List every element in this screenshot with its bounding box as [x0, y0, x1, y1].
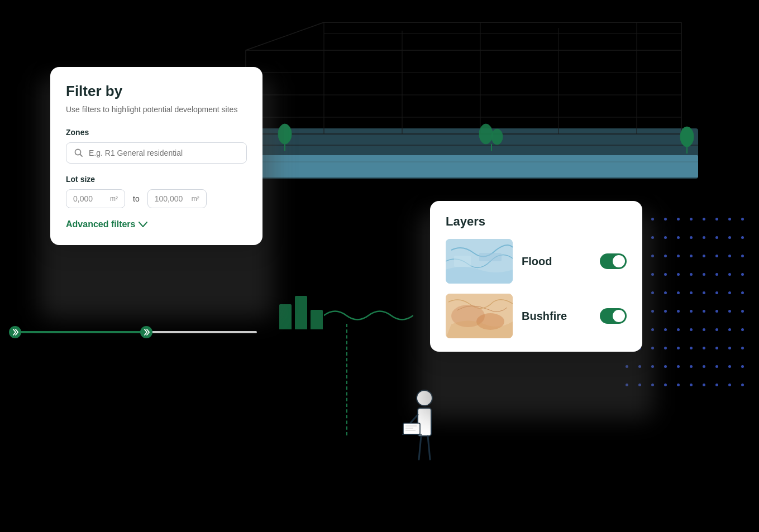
flood-toggle[interactable] [600, 253, 627, 269]
flood-layer-name: Flood [522, 255, 591, 268]
slider-track[interactable] [11, 331, 257, 333]
lot-max-input[interactable] [155, 194, 188, 203]
chart-bar-2 [295, 296, 307, 329]
bushfire-layer-name: Bushfire [522, 310, 591, 323]
lot-min-input[interactable] [73, 194, 107, 203]
chart-bar-3 [311, 310, 323, 329]
bushfire-layer-item: Bushfire [446, 294, 627, 338]
building-wireframe [212, 11, 715, 190]
flood-layer-item: Flood [446, 239, 627, 284]
lot-max-unit: m² [192, 195, 199, 203]
svg-rect-29 [229, 155, 698, 178]
flood-toggle-slider [600, 253, 627, 269]
zones-search-input[interactable] [89, 148, 238, 157]
flood-thumbnail [446, 239, 513, 284]
svg-rect-1 [246, 50, 681, 134]
lot-min-unit: m² [110, 195, 118, 203]
lot-max-input-wrap[interactable]: m² [147, 189, 207, 208]
svg-line-2 [246, 22, 324, 50]
layers-panel: Layers Flood [430, 201, 642, 352]
lot-min-input-wrap[interactable]: m² [66, 189, 125, 208]
chart-bars-decoration [279, 296, 323, 329]
slider-thumb-right[interactable] [140, 326, 152, 338]
bushfire-toggle-slider [600, 308, 627, 324]
lot-size-row: m² to m² [66, 189, 247, 208]
bushfire-thumbnail [446, 294, 513, 338]
zones-search-box[interactable] [66, 142, 247, 164]
slider-filled [11, 331, 146, 333]
chart-bar-1 [279, 304, 292, 329]
lot-size-section: Lot size m² to m² [66, 175, 247, 208]
lot-separator: to [131, 194, 142, 203]
zones-label: Zones [66, 128, 247, 137]
svg-point-25 [491, 129, 503, 145]
svg-rect-33 [454, 256, 471, 267]
svg-point-27 [680, 127, 694, 147]
advanced-filters-label: Advanced filters [66, 219, 135, 229]
svg-line-41 [428, 436, 430, 459]
dashed-vertical-line [346, 324, 347, 435]
svg-rect-34 [479, 253, 502, 261]
svg-point-22 [278, 124, 292, 144]
svg-rect-43 [403, 423, 420, 434]
bushfire-toggle[interactable] [600, 308, 627, 324]
filter-title: Filter by [66, 83, 247, 100]
layers-title: Layers [446, 214, 627, 229]
chevron-down-icon [139, 220, 147, 229]
svg-point-24 [479, 124, 493, 144]
background-scene: Filter by Use filters to highlight poten… [0, 0, 759, 532]
filter-subtitle: Use filters to highlight potential devel… [66, 104, 247, 116]
wave-decoration [324, 304, 413, 329]
slider-thumb-left[interactable] [9, 326, 21, 338]
lot-size-label: Lot size [66, 175, 247, 184]
search-icon [74, 148, 83, 157]
advanced-filters-button[interactable]: Advanced filters [66, 219, 147, 229]
filter-panel: Filter by Use filters to highlight poten… [50, 67, 262, 245]
svg-line-40 [419, 436, 421, 459]
svg-line-31 [80, 154, 83, 156]
